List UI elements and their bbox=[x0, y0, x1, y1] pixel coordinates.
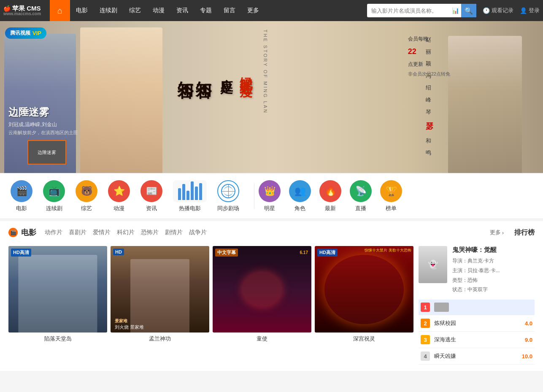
top-movie-status: 状态：中英双字 bbox=[452, 285, 535, 295]
movie-badge-3: 中文字幕 bbox=[215, 249, 238, 257]
hot-movies-label: 热播电影 bbox=[179, 205, 201, 212]
variety-icon: 🐻 bbox=[76, 180, 97, 202]
rank-item-4[interactable]: 4 瞬天凶嫌 10.0 bbox=[419, 348, 535, 365]
tv-label: 连续剧 bbox=[46, 205, 62, 212]
cat-role[interactable]: 👥 角色 bbox=[289, 180, 311, 212]
more-link[interactable]: 更多 › bbox=[490, 229, 504, 236]
search-input[interactable] bbox=[367, 8, 449, 14]
banner[interactable]: 腾讯视频 VIP 边陲迷雾 刘冠成,温峥嵘,刘金山 云南解放前夕，在滇西地区的土… bbox=[0, 21, 543, 173]
nav-item-tv[interactable]: 连续剧 bbox=[94, 0, 123, 21]
anime-label: 动漫 bbox=[113, 205, 124, 212]
tag-drama[interactable]: 剧情片 bbox=[165, 229, 183, 236]
cat-latest[interactable]: 🔥 最新 bbox=[319, 180, 341, 212]
categories-bar: 🎬 电影 📺 连续剧 🐻 综艺 ⭐ 动漫 📰 资讯 热播电影 bbox=[0, 174, 543, 219]
movie-card-2[interactable]: HD 景家堆 刘火烧 景家堆 孟兰神功 bbox=[111, 246, 209, 365]
rank-thumb-placeholder bbox=[434, 303, 449, 312]
cat-item-tv[interactable]: 📺 连续剧 bbox=[43, 180, 65, 212]
cat-live[interactable]: 📡 直播 bbox=[350, 180, 372, 212]
movie-badge-4: HD高清 bbox=[317, 249, 338, 257]
movie-card-1[interactable]: HD高清 陷落天堂岛 bbox=[8, 246, 107, 365]
cat-rank[interactable]: 🏆 榜单 bbox=[380, 180, 402, 212]
banner-art-title: 知否 知否 应是 绿肥红瘦 THE STORY OF MING LAN bbox=[177, 30, 268, 114]
rank-num-3: 3 bbox=[421, 335, 430, 344]
banner-desc: 云南解放前夕，在滇西地区的土匪 bbox=[8, 130, 78, 136]
movie-title-3: 童使 bbox=[213, 335, 311, 343]
news-label: 资讯 bbox=[146, 205, 157, 212]
anime-icon: ⭐ bbox=[108, 180, 130, 202]
nav-item-news[interactable]: 资讯 bbox=[170, 0, 194, 21]
movies-grid: HD高清 陷落天堂岛 HD 景家堆 刘火烧 景家堆 孟兰神功 中文字幕 6.17… bbox=[8, 246, 413, 365]
top-movie-genre: 类型：恐怖 bbox=[452, 276, 535, 285]
search-box: 📊 🔍 bbox=[367, 4, 476, 17]
movie-thumb-4: HD高清 惊悚十大禁片 美歌十大恐怖 bbox=[315, 246, 413, 333]
top-movie-title: 鬼哭神嚎：觉醒 bbox=[452, 246, 535, 254]
rank-score-3: 9.0 bbox=[525, 337, 532, 343]
role-icon: 👥 bbox=[289, 180, 311, 202]
ranking-title: 排行榜 bbox=[514, 228, 535, 237]
top-movie[interactable]: 👻 鬼哭神嚎：觉醒 导演：典兰克·卡方 主演：贝拉·泰思·卡... 类型：恐怖 … bbox=[419, 246, 535, 295]
tag-romance[interactable]: 爱情片 bbox=[93, 229, 111, 236]
nav-home[interactable]: ⌂ bbox=[50, 0, 70, 21]
movie-card-4[interactable]: HD高清 惊悚十大禁片 美歌十大恐怖 深宫祝灵 bbox=[315, 246, 413, 365]
rank-icon: 🏆 bbox=[380, 180, 402, 202]
nav-item-anime[interactable]: 动漫 bbox=[147, 0, 170, 21]
vip-badge: 腾讯视频 VIP bbox=[5, 27, 46, 39]
cat-item-film[interactable]: 🎬 电影 bbox=[11, 180, 32, 212]
header: 🍎 苹果 CMS www.maccms.com ⌂ 电影 连续剧 综艺 动漫 资… bbox=[0, 0, 543, 21]
rank-name-3: 深海逃生 bbox=[434, 336, 525, 343]
latest-icon: 🔥 bbox=[319, 180, 341, 202]
section-header: 🎬 电影 动作片 喜剧片 爱情片 科幻片 恐怖片 剧情片 战争片 更多 › 排行… bbox=[8, 227, 535, 238]
movie-badge-2: HD bbox=[113, 249, 124, 255]
search-button[interactable]: 🔍 bbox=[461, 4, 476, 17]
tag-war[interactable]: 战争片 bbox=[189, 229, 207, 236]
nav-item-variety[interactable]: 综艺 bbox=[123, 0, 147, 21]
cat-item-variety[interactable]: 🐻 综艺 bbox=[76, 180, 97, 212]
hot-movies-chart bbox=[173, 180, 207, 202]
ranking-sidebar: 👻 鬼哭神嚎：觉醒 导演：典兰克·卡方 主演：贝拉·泰思·卡... 类型：恐怖 … bbox=[419, 246, 535, 365]
movie-thumb-2: HD 景家堆 刘火烧 景家堆 bbox=[111, 246, 209, 333]
main-content: HD高清 陷落天堂岛 HD 景家堆 刘火烧 景家堆 孟兰神功 中文字幕 6.17… bbox=[0, 246, 543, 371]
rank-item-3[interactable]: 3 深海逃生 9.0 bbox=[419, 332, 535, 348]
live-icon: 📡 bbox=[350, 180, 372, 202]
nav-item-message[interactable]: 留言 bbox=[218, 0, 241, 21]
film-label: 电影 bbox=[16, 205, 27, 212]
section-icon: 🎬 bbox=[8, 228, 18, 237]
banner-thumb[interactable]: 边陲迷雾 bbox=[27, 140, 66, 165]
voice-icon[interactable]: 📊 bbox=[449, 4, 461, 17]
movie-card-3[interactable]: 中文字幕 6.17 童使 bbox=[213, 246, 311, 365]
rank-item-1[interactable]: 1 bbox=[419, 300, 535, 315]
tag-action[interactable]: 动作片 bbox=[45, 229, 62, 236]
top-movie-cast: 主演：贝拉·泰思·卡... bbox=[452, 266, 535, 276]
cat-item-news[interactable]: 📰 资讯 bbox=[140, 180, 162, 212]
cat-item-anime[interactable]: ⭐ 动漫 bbox=[108, 180, 130, 212]
cat-star[interactable]: 👑 明星 bbox=[259, 180, 281, 212]
cat-hot-movies[interactable]: 热播电影 bbox=[173, 180, 207, 212]
banner-title: 边陲迷雾 bbox=[8, 105, 78, 119]
tv-icon: 📺 bbox=[43, 180, 65, 202]
tag-comedy[interactable]: 喜剧片 bbox=[69, 229, 86, 236]
tag-scifi[interactable]: 科幻片 bbox=[117, 229, 135, 236]
tag-horror[interactable]: 恐怖片 bbox=[141, 229, 159, 236]
movie-title-2: 孟兰神功 bbox=[111, 335, 209, 343]
rank-item-2[interactable]: 2 炼狱校园 4.0 bbox=[419, 315, 535, 332]
user-icon: 👤 bbox=[520, 7, 527, 14]
banner-left-info: 边陲迷雾 刘冠成,温峥嵘,刘金山 云南解放前夕，在滇西地区的土匪 bbox=[8, 105, 78, 136]
movie-title-4: 深宫祝灵 bbox=[315, 335, 413, 343]
nav-item-topic[interactable]: 专题 bbox=[194, 0, 218, 21]
login-link[interactable]: 👤 登录 bbox=[520, 7, 540, 14]
star-icon: 👑 bbox=[259, 180, 281, 202]
search-area: 📊 🔍 🕐 观看记录 👤 登录 bbox=[367, 4, 540, 17]
nav-item-more[interactable]: 更多 bbox=[241, 0, 265, 21]
history-link[interactable]: 🕐 观看记录 bbox=[483, 7, 513, 14]
cat-theater[interactable]: 同步剧场 bbox=[217, 180, 239, 212]
news-icon: 📰 bbox=[140, 180, 162, 202]
nav-item-film[interactable]: 电影 bbox=[70, 0, 94, 21]
rank-list: 1 2 炼狱校园 4.0 3 深海逃生 9.0 4 bbox=[419, 300, 535, 365]
vip-label: VIP bbox=[32, 30, 41, 36]
top-movie-info: 鬼哭神嚎：觉醒 导演：典兰克·卡方 主演：贝拉·泰思·卡... 类型：恐怖 状态… bbox=[447, 246, 535, 295]
clock-icon: 🕐 bbox=[483, 7, 490, 14]
theater-icon bbox=[217, 180, 239, 202]
movie-badge-1: HD高清 bbox=[11, 249, 31, 257]
rank-score-2: 4.0 bbox=[525, 320, 532, 327]
rank-num-1: 1 bbox=[421, 303, 430, 312]
